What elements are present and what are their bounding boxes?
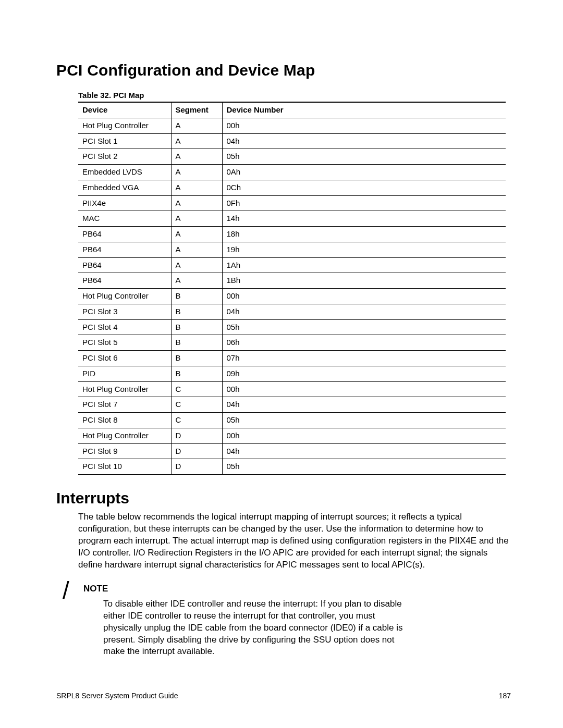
cell-device: PCI Slot 2 <box>78 149 171 165</box>
cell-device: MAC <box>78 211 171 227</box>
cell-segment: C <box>171 397 222 413</box>
note-block: / NOTE To disable either IDE controller … <box>78 584 511 658</box>
cell-number: 09h <box>222 366 506 381</box>
table-row: Embedded LVDSA0Ah <box>78 165 506 180</box>
cell-device: PCI Slot 9 <box>78 443 171 459</box>
table-row: Hot Plug ControllerA00h <box>78 118 506 133</box>
table-row: PCI Slot 4B05h <box>78 319 506 335</box>
cell-number: 0Fh <box>222 195 506 211</box>
table-row: PCI Slot 1A04h <box>78 133 506 149</box>
table-row: PCI Slot 5B06h <box>78 335 506 351</box>
table-row: PCI Slot 10D05h <box>78 459 506 475</box>
cell-segment: A <box>171 165 222 180</box>
cell-device: PIIX4e <box>78 195 171 211</box>
heading-interrupts: Interrupts <box>56 489 511 507</box>
pci-map-table: Device Segment Device Number Hot Plug Co… <box>78 102 506 475</box>
cell-number: 0Ah <box>222 165 506 180</box>
cell-device: Hot Plug Controller <box>78 118 171 133</box>
cell-number: 00h <box>222 381 506 397</box>
cell-segment: B <box>171 351 222 366</box>
cell-segment: A <box>171 211 222 227</box>
cell-number: 05h <box>222 413 506 428</box>
cell-segment: B <box>171 304 222 319</box>
cell-segment: D <box>171 443 222 459</box>
cell-device: Hot Plug Controller <box>78 381 171 397</box>
table-row: PB64A1Ah <box>78 257 506 273</box>
table-row: Hot Plug ControllerB00h <box>78 289 506 304</box>
table-row: PB64A1Bh <box>78 273 506 289</box>
cell-segment: B <box>171 319 222 335</box>
cell-device: PB64 <box>78 242 171 257</box>
cell-device: Hot Plug Controller <box>78 428 171 443</box>
cell-number: 00h <box>222 428 506 443</box>
cell-device: PB64 <box>78 273 171 289</box>
cell-segment: A <box>171 257 222 273</box>
cell-device: PCI Slot 5 <box>78 335 171 351</box>
note-text: To disable either IDE controller and reu… <box>103 598 406 658</box>
table-row: PCI Slot 3B04h <box>78 304 506 319</box>
cell-device: PCI Slot 6 <box>78 351 171 366</box>
cell-number: 07h <box>222 351 506 366</box>
cell-segment: D <box>171 428 222 443</box>
table-row: PIDB09h <box>78 366 506 381</box>
cell-device: Hot Plug Controller <box>78 289 171 304</box>
table-row: PCI Slot 7C04h <box>78 397 506 413</box>
cell-number: 06h <box>222 335 506 351</box>
cell-number: 04h <box>222 304 506 319</box>
note-heading: NOTE <box>83 584 511 594</box>
cell-number: 18h <box>222 227 506 242</box>
cell-device: PID <box>78 366 171 381</box>
heading-pci-config: PCI Configuration and Device Map <box>56 61 511 79</box>
table-row: Hot Plug ControllerC00h <box>78 381 506 397</box>
cell-number: 1Ah <box>222 257 506 273</box>
cell-segment: A <box>171 273 222 289</box>
table-row: PIIX4eA0Fh <box>78 195 506 211</box>
cell-device: Embedded VGA <box>78 180 171 195</box>
cell-number: 05h <box>222 319 506 335</box>
cell-segment: A <box>171 133 222 149</box>
cell-number: 14h <box>222 211 506 227</box>
cell-number: 0Ch <box>222 180 506 195</box>
cell-number: 05h <box>222 459 506 475</box>
cell-device: PCI Slot 7 <box>78 397 171 413</box>
interrupts-paragraph: The table below recommends the logical i… <box>78 511 511 571</box>
table-row: PCI Slot 6B07h <box>78 351 506 366</box>
cell-device: PCI Slot 10 <box>78 459 171 475</box>
cell-segment: B <box>171 335 222 351</box>
cell-device: PCI Slot 8 <box>78 413 171 428</box>
table-row: PCI Slot 9D04h <box>78 443 506 459</box>
cell-segment: A <box>171 180 222 195</box>
note-slash-icon: / <box>63 576 69 604</box>
cell-device: PCI Slot 3 <box>78 304 171 319</box>
table-row: PCI Slot 8C05h <box>78 413 506 428</box>
cell-segment: A <box>171 242 222 257</box>
cell-device: Embedded LVDS <box>78 165 171 180</box>
table-row: MACA14h <box>78 211 506 227</box>
cell-number: 04h <box>222 443 506 459</box>
table-row: PB64A19h <box>78 242 506 257</box>
col-header-device: Device <box>78 102 171 118</box>
cell-device: PB64 <box>78 227 171 242</box>
table-row: Embedded VGAA0Ch <box>78 180 506 195</box>
cell-number: 04h <box>222 397 506 413</box>
cell-segment: B <box>171 289 222 304</box>
table-caption: Table 32. PCI Map <box>78 91 511 100</box>
cell-device: PCI Slot 4 <box>78 319 171 335</box>
cell-segment: A <box>171 195 222 211</box>
cell-number: 05h <box>222 149 506 165</box>
cell-number: 00h <box>222 289 506 304</box>
cell-number: 04h <box>222 133 506 149</box>
footer-title: SRPL8 Server System Product Guide <box>56 692 178 700</box>
table-row: Hot Plug ControllerD00h <box>78 428 506 443</box>
table-header-row: Device Segment Device Number <box>78 102 506 118</box>
cell-segment: A <box>171 118 222 133</box>
table-row: PB64A18h <box>78 227 506 242</box>
cell-segment: A <box>171 149 222 165</box>
col-header-segment: Segment <box>171 102 222 118</box>
cell-segment: C <box>171 381 222 397</box>
cell-number: 1Bh <box>222 273 506 289</box>
cell-segment: D <box>171 459 222 475</box>
cell-number: 00h <box>222 118 506 133</box>
cell-segment: C <box>171 413 222 428</box>
document-page: PCI Configuration and Device Map Table 3… <box>0 0 563 658</box>
